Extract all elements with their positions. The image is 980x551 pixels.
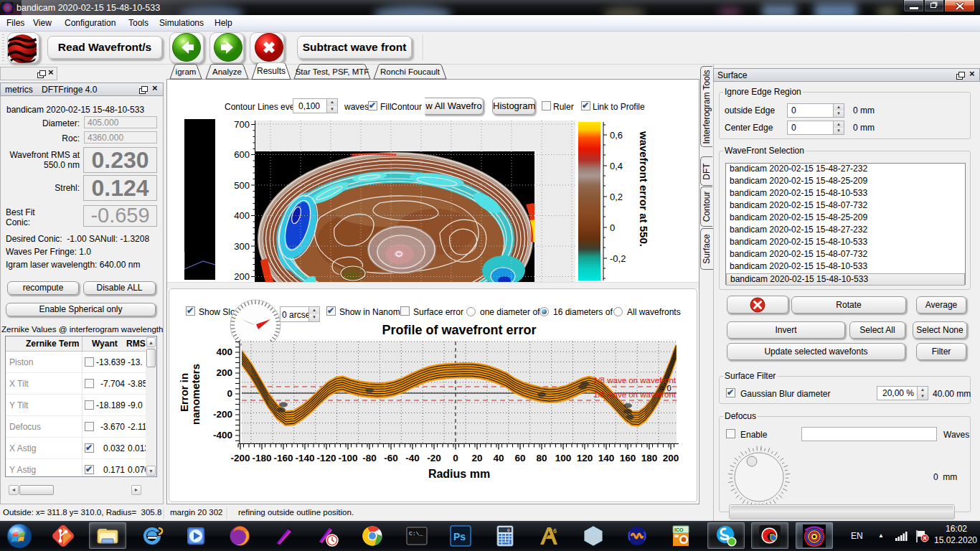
svg-text:200: 200 (663, 453, 679, 463)
svg-text:0: 0 (610, 222, 615, 233)
svg-text:100: 100 (555, 453, 572, 463)
svg-text:60: 60 (514, 453, 525, 463)
svg-text:= 0: = 0 (660, 384, 672, 392)
svg-text:Results: Results (257, 66, 286, 76)
svg-text:140: 140 (598, 453, 615, 463)
svg-text:-160: -160 (273, 453, 293, 463)
svg-text:-180: -180 (252, 453, 271, 463)
svg-text:-400: -400 (213, 430, 232, 441)
svg-text:400: 400 (216, 347, 232, 357)
svg-text:-120: -120 (316, 453, 336, 463)
svg-text:-140: -140 (295, 453, 314, 463)
svg-text:ICO: ICO (674, 527, 684, 532)
svg-text:wavefront error at 550.: wavefront error at 550. (638, 131, 650, 247)
svg-text:Radius mm: Radius mm (428, 468, 490, 480)
svg-text:-200: -200 (230, 453, 250, 463)
svg-text:0: 0 (227, 388, 232, 399)
svg-text:0: 0 (453, 453, 458, 463)
svg-text:0,6: 0,6 (610, 130, 623, 141)
svg-text:200: 200 (216, 367, 232, 378)
svg-text:500: 500 (234, 180, 250, 191)
svg-text:400: 400 (234, 210, 250, 221)
svg-text:-60: -60 (384, 453, 398, 463)
svg-text:-200: -200 (213, 409, 232, 420)
svg-text:-20: -20 (427, 453, 441, 463)
svg-text:Ps: Ps (453, 531, 466, 542)
svg-text:igram: igram (176, 67, 197, 76)
svg-text:200: 200 (234, 271, 250, 282)
svg-text:-40: -40 (405, 453, 420, 463)
svg-text:300: 300 (234, 241, 250, 252)
svg-text:Star Test, PSF, MTF: Star Test, PSF, MTF (296, 67, 369, 76)
svg-text:40: 40 (493, 453, 504, 463)
svg-text:20: 20 (471, 453, 482, 463)
svg-text:0,2: 0,2 (610, 192, 623, 202)
svg-text:Error innanometers: Error innanometers (178, 364, 202, 425)
svg-text:700: 700 (234, 119, 250, 130)
svg-text:600: 600 (234, 149, 250, 160)
svg-text:-0,2: -0,2 (610, 253, 626, 264)
svg-text:180: 180 (641, 453, 658, 463)
svg-text:16: 16 (550, 527, 557, 534)
svg-text:0,4: 0,4 (610, 161, 623, 171)
svg-text:120: 120 (577, 453, 593, 463)
svg-text:80: 80 (536, 453, 547, 463)
svg-text:160: 160 (620, 453, 636, 463)
svg-text:C:\_: C:\_ (409, 530, 423, 537)
svg-text:0: 0 (507, 528, 510, 533)
svg-text:Analyze: Analyze (212, 67, 242, 76)
svg-text:Ronchi Foucault: Ronchi Foucault (380, 67, 440, 76)
svg-text:-100: -100 (338, 453, 357, 463)
svg-text:-80: -80 (362, 453, 377, 463)
